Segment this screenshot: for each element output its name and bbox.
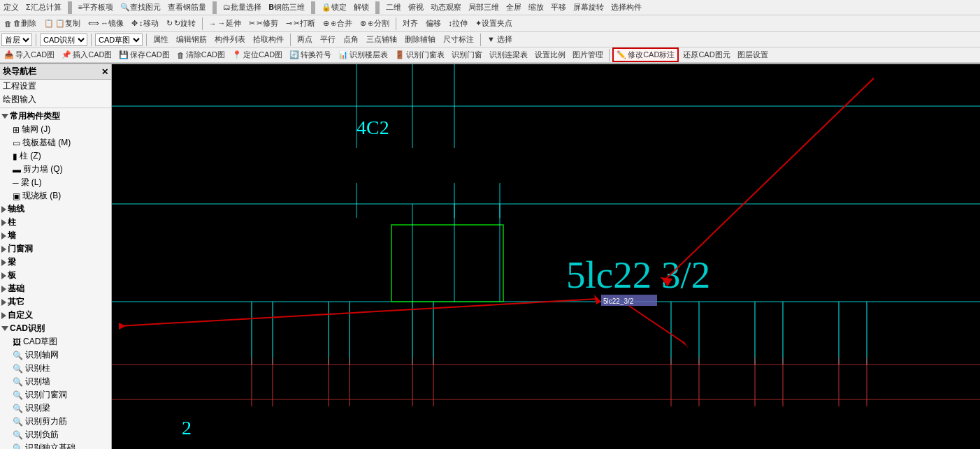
btn-two-point[interactable]: 两点	[294, 34, 315, 45]
sidebar-group-foundation[interactable]: 基础	[0, 282, 111, 295]
toolbar-local3d[interactable]: 局部三维	[466, 2, 501, 13]
locate-cad-icon: 📍	[232, 50, 242, 59]
sidebar-item-axis-net[interactable]: ⊞ 轴网 (J)	[10, 123, 111, 136]
sidebar-item-draw-input[interactable]: 绘图输入	[0, 93, 111, 106]
btn-set-scale[interactable]: 设置比例	[532, 49, 568, 61]
btn-modify-cad-annotation[interactable]: ✏️ 修改CAD标注	[612, 47, 679, 62]
btn-split[interactable]: ⊗⊕分割	[357, 17, 392, 29]
cad-canvas[interactable]: 4C2 5lc22 3/2 2 5lc22_3/2	[112, 64, 980, 449]
btn-extend[interactable]: →→延伸	[206, 17, 244, 29]
toolbar-view-top[interactable]: 俯视	[406, 2, 426, 13]
btn-copy[interactable]: 📋📋复制	[41, 17, 83, 29]
btn-select[interactable]: ▼ 选择	[484, 34, 515, 45]
sidebar-item-id-col[interactable]: 🔍 识别柱	[10, 362, 111, 375]
btn-id-floor-table[interactable]: 📊识别楼层表	[336, 49, 391, 61]
sidebar-item-cast-slab[interactable]: ▣ 现浇板 (B)	[10, 189, 111, 203]
sidebar-item-project-settings[interactable]: 工程设置	[0, 80, 111, 93]
btn-id-door-table[interactable]: 🚪识别门窗表	[392, 49, 447, 61]
btn-align[interactable]: 对齐	[400, 17, 421, 29]
sidebar-group-col[interactable]: 柱	[0, 216, 111, 229]
toolbar-2d[interactable]: 二维	[384, 2, 403, 13]
toolbar-view-rebar[interactable]: 查看钢筋量	[166, 2, 208, 13]
cad-mode-select[interactable]: CAD识别	[40, 34, 87, 46]
btn-stretch[interactable]: ↕拉伸	[446, 17, 471, 29]
sidebar-item-shear-wall[interactable]: ▬ 剪力墙 (Q)	[10, 163, 111, 176]
toolbar-rebar3d[interactable]: 𝗕钢筋三维	[266, 2, 307, 13]
sidebar-item-id-shear-rebar[interactable]: 🔍 识别剪力筋	[10, 415, 111, 428]
sidebar-item-id-ind-found[interactable]: 🔍 识别独立基础	[10, 441, 111, 449]
btn-locate-cad[interactable]: 📍定位CAD图	[229, 49, 285, 61]
btn-insert-cad[interactable]: 📌插入CAD图	[59, 49, 115, 61]
sidebar-group-other[interactable]: 其它	[0, 295, 111, 309]
id-door-table-icon: 🚪	[395, 50, 405, 59]
btn-rotate[interactable]: ↻↻旋转	[164, 17, 199, 29]
toolbar-define[interactable]: 定义	[1, 2, 21, 13]
toolbar-lock[interactable]: 🔒锁定	[319, 2, 349, 13]
btn-offset[interactable]: 偏移	[423, 17, 444, 29]
sidebar-divider	[0, 108, 111, 108]
floor-select-box[interactable]: 首层	[1, 34, 32, 46]
sidebar-group-custom[interactable]: 自定义	[0, 309, 111, 322]
toolbar-unlock[interactable]: 解锁	[352, 2, 371, 13]
sidebar-item-id-axis[interactable]: 🔍 识别轴网	[10, 348, 111, 362]
svg-text:5lc22 3/2: 5lc22 3/2	[566, 253, 710, 296]
sidebar-group-door-window[interactable]: 门窗洞	[0, 242, 111, 256]
btn-id-link-beam[interactable]: 识别连梁表	[487, 49, 531, 61]
sidebar-item-cad-draft[interactable]: 🖼 CAD草图	[10, 335, 111, 348]
sidebar-item-beam[interactable]: ─ 梁 (L)	[10, 176, 111, 189]
btn-del-aux[interactable]: 删除辅轴	[402, 34, 438, 45]
btn-comp-list[interactable]: 构件列表	[212, 34, 248, 45]
btn-three-point-aux[interactable]: 三点辅轴	[363, 34, 400, 45]
btn-clear-cad[interactable]: 🗑清除CAD图	[174, 49, 228, 61]
cast-slab-icon: ▣	[13, 191, 20, 201]
toolbar-select-comp[interactable]: 选择构件	[609, 2, 644, 13]
btn-layer-settings[interactable]: 图层设置	[735, 49, 771, 61]
btn-trim[interactable]: ✂✂修剪	[246, 17, 281, 29]
toolbar-dynamic-obs[interactable]: 动态观察	[428, 2, 463, 13]
btn-mirror[interactable]: ⟺↔镜像	[85, 17, 127, 29]
sidebar-group-beam2[interactable]: 梁	[0, 256, 111, 269]
toolbar-pan[interactable]: 平移	[549, 2, 568, 13]
btn-save-cad[interactable]: 💾保存CAD图	[116, 49, 172, 61]
cad-draft-select[interactable]: CAD草图	[95, 34, 143, 46]
sidebar-item-raft-found[interactable]: ▭ 筏板基础 (M)	[10, 136, 111, 149]
btn-set-grip[interactable]: ✦设置夹点	[473, 17, 515, 29]
btn-break[interactable]: ⊸✂打断	[283, 17, 318, 29]
toolbar-batch-select[interactable]: 🗂批量选择	[221, 2, 264, 13]
toolbar-rotate[interactable]: 屏幕旋转	[571, 2, 606, 13]
btn-move[interactable]: ✥↕移动	[129, 17, 161, 29]
btn-pick-comp[interactable]: 拾取构件	[250, 34, 287, 45]
btn-parallel[interactable]: 平行	[317, 34, 338, 45]
btn-id-door-window[interactable]: 识别门窗	[449, 49, 485, 61]
toolbar-zoom[interactable]: 缩放	[526, 2, 546, 13]
sidebar-item-id-beam[interactable]: 🔍 识别梁	[10, 402, 111, 415]
sidebar-item-column[interactable]: ▮ 柱 (Z)	[10, 149, 111, 163]
toolbar-find[interactable]: 🔍查找图元	[118, 2, 163, 13]
btn-convert-symbol[interactable]: 🔄转换符号	[287, 49, 334, 61]
sidebar-group-common-types[interactable]: 常用构件类型	[0, 110, 111, 123]
btn-edit-rebar[interactable]: 编辑钢筋	[173, 34, 210, 45]
sidebar-item-id-neg-rebar[interactable]: 🔍 识别负筋	[10, 428, 111, 441]
sidebar-group-wall[interactable]: 墙	[0, 229, 111, 242]
toolbar-sum-calc[interactable]: Σ汇总计算	[24, 2, 64, 13]
cad-mode-select-box[interactable]: CAD识别	[40, 34, 87, 46]
btn-delete[interactable]: 🗑🗑删除	[1, 17, 39, 29]
cad-draft-select-box[interactable]: CAD草图	[95, 34, 143, 46]
sidebar-group-cad-id[interactable]: CAD识别	[0, 322, 111, 335]
btn-property[interactable]: 属性	[150, 34, 171, 45]
btn-point-angle[interactable]: 点角	[340, 34, 361, 45]
sidebar-close-icon[interactable]: ✕	[101, 67, 108, 77]
btn-restore-cad[interactable]: 还原CAD图元	[680, 49, 733, 61]
sidebar-item-id-door-window[interactable]: 🔍 识别门窗洞	[10, 388, 111, 402]
btn-image-mgr[interactable]: 图片管理	[570, 49, 606, 61]
btn-dim[interactable]: 尺寸标注	[440, 34, 477, 45]
toolbar-flatten[interactable]: ≡平齐板项	[76, 2, 115, 13]
sidebar-group-slab[interactable]: 板	[0, 269, 111, 282]
floor-select[interactable]: 首层	[1, 34, 32, 46]
sidebar-group-axis[interactable]: 轴线	[0, 203, 111, 216]
sidebar-item-id-wall[interactable]: 🔍 识别墙	[10, 375, 111, 388]
toolbar-fullscreen[interactable]: 全屏	[504, 2, 524, 13]
btn-import-cad[interactable]: 📥导入CAD图	[1, 49, 57, 61]
btn-merge[interactable]: ⊕⊕合并	[320, 17, 355, 29]
id-col-icon: 🔍	[13, 364, 23, 374]
